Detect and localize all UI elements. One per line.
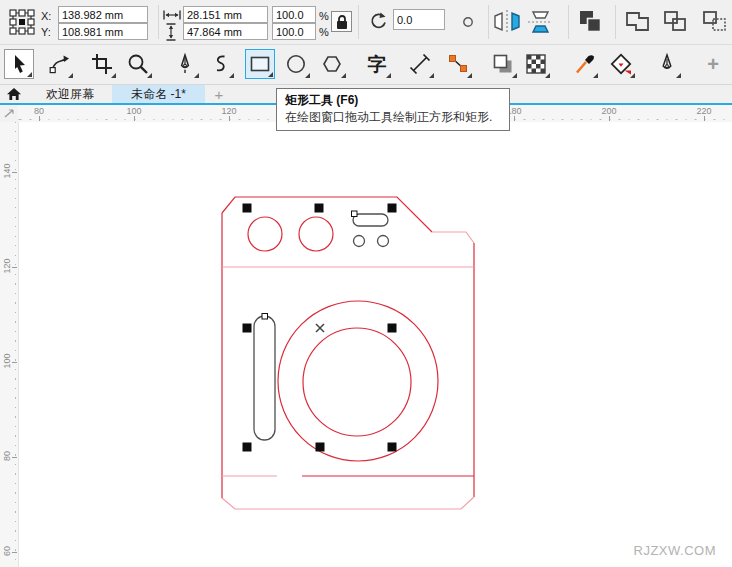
selection-handle[interactable] bbox=[243, 443, 252, 452]
selection-handle[interactable] bbox=[243, 324, 252, 333]
outline-bottom-edge[interactable] bbox=[222, 497, 474, 509]
selection-handle[interactable] bbox=[388, 204, 397, 213]
selection-handle[interactable] bbox=[316, 443, 325, 452]
node-handle[interactable] bbox=[352, 211, 358, 217]
door-inner-circle[interactable] bbox=[303, 328, 411, 436]
rectangle-tool-tooltip: 矩形工具 (F6) 在绘图窗口拖动工具绘制正方形和矩形. bbox=[276, 88, 510, 131]
node-handle[interactable] bbox=[262, 314, 268, 320]
tooltip-description: 在绘图窗口拖动工具绘制正方形和矩形. bbox=[285, 109, 501, 125]
door-outer-circle[interactable] bbox=[278, 301, 438, 461]
small-button-circle-left[interactable] bbox=[354, 236, 365, 247]
drawing-layer bbox=[0, 0, 732, 567]
display-slot-shape[interactable] bbox=[353, 214, 388, 226]
selection-handle[interactable] bbox=[388, 443, 397, 452]
tooltip-title: 矩形工具 (F6) bbox=[285, 92, 501, 109]
handle-pill-shape[interactable] bbox=[254, 316, 275, 440]
selection-handle[interactable] bbox=[243, 204, 252, 213]
outline-step-edge[interactable] bbox=[432, 232, 474, 243]
outline-top-edge[interactable] bbox=[222, 197, 432, 232]
watermark-text: RJZXW.COM bbox=[634, 543, 717, 558]
selection-center-marker[interactable] bbox=[316, 324, 324, 332]
knob-circle-right[interactable] bbox=[299, 217, 333, 251]
knob-circle-left[interactable] bbox=[248, 217, 282, 251]
selection-handle[interactable] bbox=[388, 324, 397, 333]
small-button-circle-right[interactable] bbox=[378, 236, 389, 247]
selection-handle[interactable] bbox=[315, 204, 324, 213]
